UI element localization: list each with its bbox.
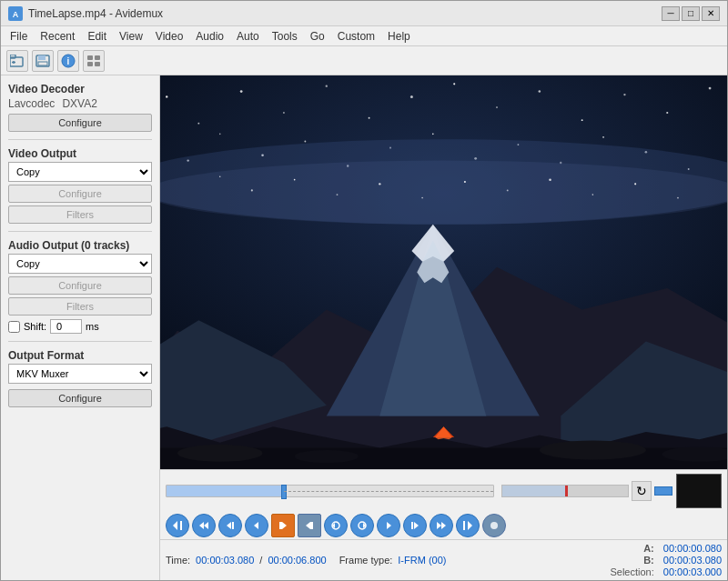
- menu-audio[interactable]: Audio: [190, 28, 229, 45]
- svg-point-18: [240, 90, 243, 93]
- next-keyframe-button[interactable]: [350, 514, 374, 537]
- progress-bar-row: ↻: [160, 470, 727, 512]
- shift-input[interactable]: [50, 319, 82, 334]
- mini-timeline[interactable]: [501, 485, 629, 497]
- svg-point-48: [219, 175, 220, 176]
- menu-tools[interactable]: Tools: [267, 28, 303, 45]
- next-frame-button[interactable]: [403, 514, 427, 537]
- shift-checkbox[interactable]: [8, 321, 20, 333]
- menu-auto[interactable]: Auto: [231, 28, 265, 45]
- right-panel: ↻: [160, 75, 727, 580]
- svg-rect-8: [38, 62, 47, 65]
- progress-thumb[interactable]: [281, 485, 287, 499]
- bottom-controls-area: ↻: [160, 469, 727, 580]
- svg-point-17: [197, 123, 199, 125]
- video-display: [160, 75, 727, 469]
- svg-point-59: [677, 197, 679, 199]
- prev-keyframe-button[interactable]: [324, 514, 348, 537]
- audio-output-select[interactable]: Copy: [8, 254, 152, 274]
- b-point-row: B: 00:00:03.080: [643, 555, 722, 566]
- divider-3: [8, 341, 152, 342]
- svg-rect-80: [232, 522, 234, 529]
- svg-point-22: [410, 95, 413, 98]
- progress-remaining: [284, 491, 493, 492]
- minimize-button[interactable]: ─: [662, 6, 680, 21]
- preview-thumbnail: [676, 474, 722, 508]
- toolbar-save-button[interactable]: [32, 50, 54, 72]
- svg-marker-90: [387, 522, 391, 529]
- svg-point-26: [581, 119, 583, 121]
- mark-in-button[interactable]: [271, 514, 295, 537]
- audio-output-filters-button[interactable]: Filters: [8, 297, 152, 316]
- audio-output-configure-button[interactable]: Configure: [8, 276, 152, 295]
- svg-marker-91: [414, 522, 419, 529]
- svg-point-71: [177, 445, 263, 462]
- mini-timeline-area: ↻: [501, 481, 672, 501]
- go-to-start-button[interactable]: [166, 514, 189, 537]
- menu-help[interactable]: Help: [382, 28, 416, 45]
- restore-button[interactable]: □: [682, 6, 700, 21]
- title-bar: A TimeLapse.mp4 - Avidemux ─ □ ✕: [1, 1, 727, 26]
- menu-file[interactable]: File: [5, 28, 33, 45]
- svg-point-73: [540, 440, 646, 459]
- toolbar-open-button[interactable]: [6, 50, 28, 72]
- output-format-select[interactable]: MKV Muxer: [8, 364, 152, 384]
- selection-label: Selection:: [610, 566, 653, 577]
- svg-point-47: [160, 161, 727, 225]
- menu-custom[interactable]: Custom: [332, 28, 380, 45]
- indicator-blue: [654, 486, 672, 496]
- toolbar-grid-button[interactable]: [83, 50, 105, 72]
- svg-point-57: [592, 194, 594, 195]
- video-output-configure-button[interactable]: Configure: [8, 185, 152, 203]
- lavcodec-label: Lavcodec: [8, 97, 55, 110]
- shift-label: Shift:: [24, 321, 46, 332]
- svg-marker-85: [306, 522, 310, 529]
- output-format-configure-button[interactable]: Configure: [8, 389, 152, 407]
- svg-point-58: [634, 183, 636, 185]
- menu-edit[interactable]: Edit: [82, 28, 112, 45]
- menu-go[interactable]: Go: [305, 28, 330, 45]
- next-frame-small-button[interactable]: [377, 514, 400, 537]
- go-to-end-button[interactable]: [456, 514, 480, 537]
- svg-point-72: [295, 450, 359, 463]
- progress-track[interactable]: [166, 485, 494, 497]
- svg-marker-78: [204, 522, 208, 529]
- b-time: 00:00:03.080: [663, 555, 722, 566]
- rewind-button[interactable]: [192, 514, 216, 537]
- shift-row: Shift: ms: [8, 319, 152, 334]
- svg-point-53: [421, 197, 423, 199]
- svg-point-21: [369, 117, 370, 119]
- menu-video[interactable]: Video: [150, 28, 188, 45]
- loop-button[interactable]: ↻: [632, 481, 652, 501]
- svg-point-16: [166, 95, 167, 97]
- ab-selection-panel: A: 00:00:00.080 B: 00:00:03.080 Selectio…: [610, 543, 722, 577]
- svg-point-35: [304, 141, 306, 143]
- menu-recent[interactable]: Recent: [35, 28, 80, 45]
- video-decoder-configure-button[interactable]: Configure: [8, 114, 152, 132]
- prev-frame-small-button[interactable]: [245, 514, 268, 537]
- output-format-title: Output Format: [8, 349, 152, 362]
- svg-text:i: i: [67, 56, 70, 66]
- output-format-section: Output Format MKV Muxer Configure: [8, 349, 152, 407]
- video-output-filters-button[interactable]: Filters: [8, 205, 152, 224]
- fast-forward-button[interactable]: [430, 514, 453, 537]
- mark-out-button[interactable]: [298, 514, 321, 537]
- menu-view[interactable]: View: [114, 28, 148, 45]
- video-output-select[interactable]: Copy: [8, 162, 152, 182]
- selection-row: Selection: 00:00:03.000: [610, 566, 722, 577]
- prev-frame-button[interactable]: [218, 514, 242, 537]
- svg-rect-96: [463, 521, 465, 530]
- svg-point-25: [539, 90, 541, 93]
- svg-marker-93: [437, 522, 441, 529]
- time-label: Time:: [166, 555, 190, 566]
- total-time: 00:00:06.800: [268, 555, 326, 566]
- svg-marker-95: [468, 521, 472, 530]
- toolbar-info-button[interactable]: i: [57, 50, 79, 72]
- output-format-select-row: MKV Muxer: [8, 364, 152, 384]
- svg-marker-81: [254, 522, 258, 529]
- audio-output-select-row: Copy: [8, 254, 152, 274]
- svg-marker-75: [173, 521, 177, 530]
- extra-btn-1[interactable]: [482, 514, 506, 537]
- close-button[interactable]: ✕: [702, 6, 720, 21]
- svg-rect-14: [95, 62, 100, 66]
